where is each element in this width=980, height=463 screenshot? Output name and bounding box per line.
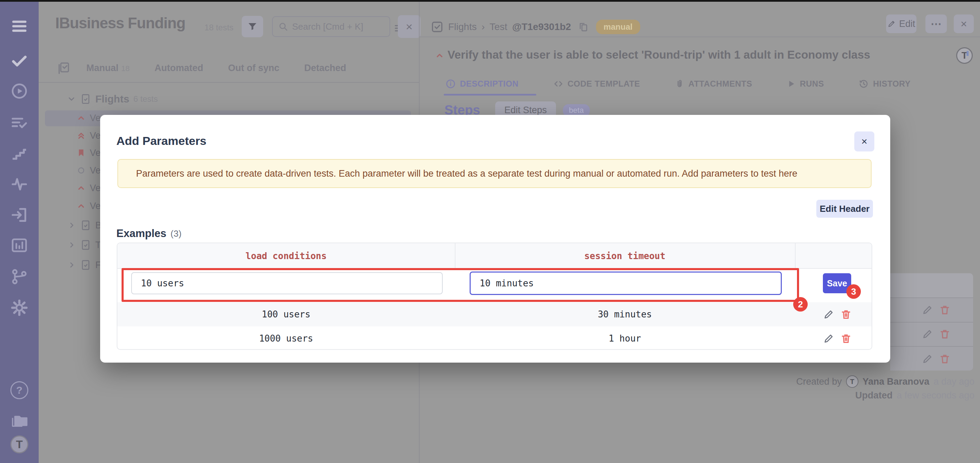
- tests-check-icon[interactable]: [10, 52, 28, 70]
- settings-gear-icon[interactable]: [10, 299, 28, 317]
- assignee-avatar[interactable]: T: [956, 47, 973, 64]
- examples-count: (3): [170, 228, 181, 239]
- tests-tabs: Manual 18 Automated Out of sync Detached: [86, 60, 346, 76]
- tree-test-item[interactable]: Ver: [77, 109, 104, 127]
- breadcrumb: Flights › Test @T1e9301b2 manual: [431, 19, 640, 35]
- annotation-badge-3: 3: [846, 284, 861, 299]
- info-banner: Parameters are used to create data-drive…: [118, 159, 872, 188]
- column-divider: [795, 243, 795, 269]
- edit-header-button[interactable]: Edit Header: [816, 200, 873, 218]
- projects-folders-icon[interactable]: [10, 412, 28, 430]
- reports-chart-icon[interactable]: [10, 236, 28, 254]
- project-title: IBusiness Funding: [55, 14, 185, 32]
- breadcrumb-suite[interactable]: Flights: [448, 21, 477, 32]
- edit-test-button[interactable]: Edit: [886, 14, 916, 33]
- tree-suite-item[interactable]: Tr: [68, 236, 103, 254]
- play-icon: [787, 79, 795, 88]
- test-id: @T1e9301b2: [512, 21, 571, 32]
- main-sidebar: ? T: [0, 0, 39, 463]
- tab-out-of-sync[interactable]: Out of sync: [228, 63, 280, 73]
- edit-row-icon[interactable]: [922, 304, 933, 316]
- avatar-accent: [967, 51, 969, 56]
- save-label: Save: [827, 278, 847, 289]
- delete-row-icon[interactable]: [939, 353, 950, 364]
- folder-count: 6 tests: [133, 94, 158, 104]
- load-conditions-input[interactable]: [131, 272, 443, 294]
- column-header: load conditions: [118, 243, 455, 269]
- chevron-right-icon[interactable]: [68, 261, 76, 269]
- info-banner-text: Parameters are used to create data-drive…: [136, 168, 797, 179]
- tab-history[interactable]: HISTORY: [858, 79, 911, 89]
- created-time: a day ago: [933, 376, 974, 387]
- tree-test-item[interactable]: Ver: [77, 162, 104, 179]
- tab-description[interactable]: DESCRIPTION: [445, 79, 519, 89]
- chevron-right-icon[interactable]: [68, 241, 76, 249]
- modal-title: Add Parameters: [116, 134, 207, 147]
- updated-time: a few seconds ago: [897, 390, 974, 401]
- filter-button[interactable]: [242, 16, 263, 37]
- delete-row-icon[interactable]: [939, 328, 950, 339]
- runs-play-icon[interactable]: [10, 82, 28, 100]
- tab-runs[interactable]: RUNS: [787, 79, 824, 89]
- tree-test-item[interactable]: Ver: [77, 197, 104, 215]
- app-root: ? T IBusiness Funding 18 tests ×: [0, 0, 980, 463]
- examples-heading: Examples (3): [116, 227, 181, 240]
- close-test-button[interactable]: ×: [954, 14, 974, 33]
- delete-row-icon[interactable]: [840, 309, 851, 320]
- close-icon: ×: [961, 17, 967, 30]
- modal-close-button[interactable]: ×: [854, 132, 874, 151]
- suite-doc-icon: [80, 220, 91, 231]
- edit-row-icon[interactable]: [922, 353, 933, 364]
- bulk-select-icon[interactable]: [57, 62, 70, 75]
- priority-highest-icon: [77, 131, 86, 140]
- folder-label: Flights: [95, 93, 129, 105]
- import-login-icon[interactable]: [10, 206, 28, 224]
- tab-label: Automated: [155, 63, 204, 73]
- logo-letter: T: [16, 438, 23, 451]
- code-icon: [553, 79, 563, 89]
- edit-row-icon[interactable]: [922, 328, 933, 339]
- tab-manual[interactable]: Manual 18: [86, 63, 130, 73]
- session-timeout-input[interactable]: [469, 271, 782, 295]
- created-by-label: Created by: [796, 376, 842, 387]
- tab-automated[interactable]: Automated: [155, 63, 204, 73]
- more-actions-button[interactable]: ⋯: [926, 14, 947, 33]
- edit-row-icon[interactable]: [823, 333, 834, 344]
- test-detail-pane: Flights › Test @T1e9301b2 manual Edit ⋯ …: [0, 0, 980, 17]
- tree-folder-flights[interactable]: Flights 6 tests: [67, 90, 158, 108]
- steps-stairs-icon[interactable]: [10, 144, 28, 162]
- testomat-logo[interactable]: T: [10, 435, 28, 453]
- edit-row-icon[interactable]: [823, 309, 834, 320]
- tests-count: 18 tests: [204, 23, 234, 32]
- edit-header-label: Edit Header: [820, 203, 870, 214]
- chevron-down-icon[interactable]: [67, 95, 76, 103]
- delete-row-icon[interactable]: [939, 304, 950, 316]
- chevron-right-icon[interactable]: [68, 221, 76, 230]
- breadcrumb-separator: ›: [481, 21, 484, 32]
- branches-git-icon[interactable]: [10, 268, 28, 285]
- tree-test-item[interactable]: Ver: [77, 144, 104, 162]
- row-separator: [890, 346, 973, 347]
- search-box: [272, 16, 390, 37]
- clear-search-button[interactable]: ×: [398, 15, 421, 38]
- tab-attachments[interactable]: ATTACHMENTS: [675, 79, 752, 89]
- updated-label: Updated: [855, 390, 892, 401]
- help-question-icon[interactable]: ?: [10, 381, 28, 399]
- copy-icon[interactable]: [578, 22, 589, 32]
- test-plans-list-icon[interactable]: [10, 114, 28, 132]
- search-input[interactable]: [292, 21, 379, 32]
- tabs-divider: [39, 82, 419, 83]
- background-table-header: [890, 273, 973, 297]
- hamburger-menu-icon[interactable]: [10, 17, 28, 35]
- tree-test-item[interactable]: Ver: [77, 127, 104, 144]
- tree-test-item[interactable]: Ver: [77, 179, 104, 197]
- tab-code-template[interactable]: CODE TEMPLATE: [553, 79, 640, 89]
- history-clock-icon: [858, 79, 869, 89]
- analytics-pulse-icon[interactable]: [10, 175, 28, 193]
- column-header: session timeout: [455, 243, 795, 269]
- edit-label: Edit: [899, 19, 915, 29]
- pencil-icon: [888, 20, 896, 28]
- funnel-icon: [247, 21, 258, 32]
- delete-row-icon[interactable]: [840, 333, 851, 344]
- tab-detached[interactable]: Detached: [304, 63, 346, 73]
